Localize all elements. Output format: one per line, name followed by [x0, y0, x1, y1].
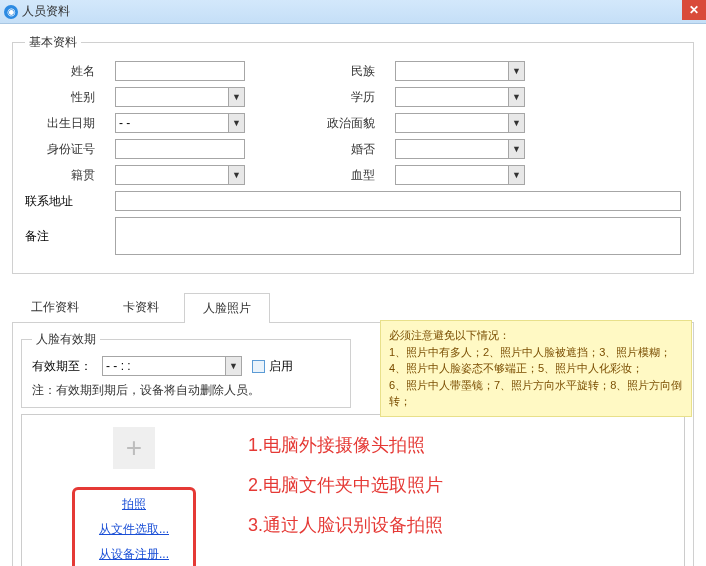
input-id[interactable]	[115, 139, 245, 159]
select-valid-until-value: - - : :	[106, 359, 131, 373]
add-photo-placeholder[interactable]: +	[113, 427, 155, 469]
select-political[interactable]: ▼	[395, 113, 525, 133]
input-remark[interactable]	[115, 217, 681, 255]
window-title: 人员资料	[22, 3, 70, 20]
label-political: 政治面貌	[265, 115, 375, 132]
input-address[interactable]	[115, 191, 681, 211]
instruction-2: 2.电脑文件夹中选取照片	[248, 473, 443, 497]
user-icon: ◉	[4, 5, 18, 19]
chevron-down-icon: ▼	[508, 88, 524, 106]
warning-box: 必须注意避免以下情况： 1、照片中有多人；2、照片中人脸被遮挡；3、照片模糊； …	[380, 320, 692, 417]
enable-label: 启用	[269, 358, 293, 375]
input-name[interactable]	[115, 61, 245, 81]
instruction-1: 1.电脑外接摄像头拍照	[248, 433, 443, 457]
select-marital[interactable]: ▼	[395, 139, 525, 159]
chevron-down-icon: ▼	[228, 166, 244, 184]
chevron-down-icon: ▼	[225, 357, 241, 375]
label-edu: 学历	[265, 89, 375, 106]
instructions: 1.电脑外接摄像头拍照 2.电脑文件夹中选取照片 3.通过人脸识别设备拍照	[248, 427, 443, 537]
label-id: 身份证号	[25, 141, 95, 158]
valid-until-label: 有效期至：	[32, 358, 92, 375]
label-name: 姓名	[25, 63, 95, 80]
tab-face[interactable]: 人脸照片	[184, 293, 270, 323]
label-marital: 婚否	[265, 141, 375, 158]
link-from-device[interactable]: 从设备注册...	[99, 546, 169, 563]
basic-legend: 基本资料	[25, 34, 81, 51]
select-valid-until[interactable]: - - : : ▼	[102, 356, 242, 376]
label-blood: 血型	[265, 167, 375, 184]
annotation-box: 拍照 从文件选取... 从设备注册...	[72, 487, 196, 566]
tab-strip: 工作资料 卡资料 人脸照片	[12, 292, 694, 323]
link-capture[interactable]: 拍照	[122, 496, 146, 513]
chevron-down-icon: ▼	[508, 114, 524, 132]
valid-note: 注：有效期到期后，设备将自动删除人员。	[32, 382, 340, 399]
select-birth[interactable]: - - ▼	[115, 113, 245, 133]
label-origin: 籍贯	[25, 167, 95, 184]
select-edu[interactable]: ▼	[395, 87, 525, 107]
warning-title: 必须注意避免以下情况：	[389, 327, 683, 344]
titlebar: ◉ 人员资料 ✕	[0, 0, 706, 24]
chevron-down-icon: ▼	[508, 62, 524, 80]
face-valid-fieldset: 人脸有效期 有效期至： - - : : ▼ 启用 注：有效期到期后，设备将自动删…	[21, 331, 351, 408]
enable-checkbox-group[interactable]: 启用	[252, 358, 293, 375]
chevron-down-icon: ▼	[508, 140, 524, 158]
tab-work[interactable]: 工作资料	[12, 292, 98, 322]
select-ethnic[interactable]: ▼	[395, 61, 525, 81]
label-address: 联系地址	[25, 193, 95, 210]
label-ethnic: 民族	[265, 63, 375, 80]
select-origin[interactable]: ▼	[115, 165, 245, 185]
select-gender[interactable]: ▼	[115, 87, 245, 107]
select-birth-value: - -	[119, 116, 130, 130]
tab-card[interactable]: 卡资料	[104, 292, 178, 322]
upload-column: + 拍照 从文件选取... 从设备注册...	[34, 427, 234, 566]
photo-area: + 拍照 从文件选取... 从设备注册... 1.电脑外接摄像头拍照 2.电脑文…	[21, 414, 685, 566]
warning-body: 1、照片中有多人；2、照片中人脸被遮挡；3、照片模糊； 4、照片中人脸姿态不够端…	[389, 344, 683, 410]
select-blood[interactable]: ▼	[395, 165, 525, 185]
link-from-file[interactable]: 从文件选取...	[99, 521, 169, 538]
close-button[interactable]: ✕	[682, 0, 706, 20]
chevron-down-icon: ▼	[228, 114, 244, 132]
label-remark: 备注	[25, 228, 95, 245]
checkbox-icon	[252, 360, 265, 373]
instruction-3: 3.通过人脸识别设备拍照	[248, 513, 443, 537]
chevron-down-icon: ▼	[508, 166, 524, 184]
label-birth: 出生日期	[25, 115, 95, 132]
chevron-down-icon: ▼	[228, 88, 244, 106]
label-gender: 性别	[25, 89, 95, 106]
face-valid-legend: 人脸有效期	[32, 331, 100, 348]
basic-info-fieldset: 基本资料 姓名 民族 ▼ 性别 ▼ 学历 ▼ 出生日期 - - ▼	[12, 34, 694, 274]
